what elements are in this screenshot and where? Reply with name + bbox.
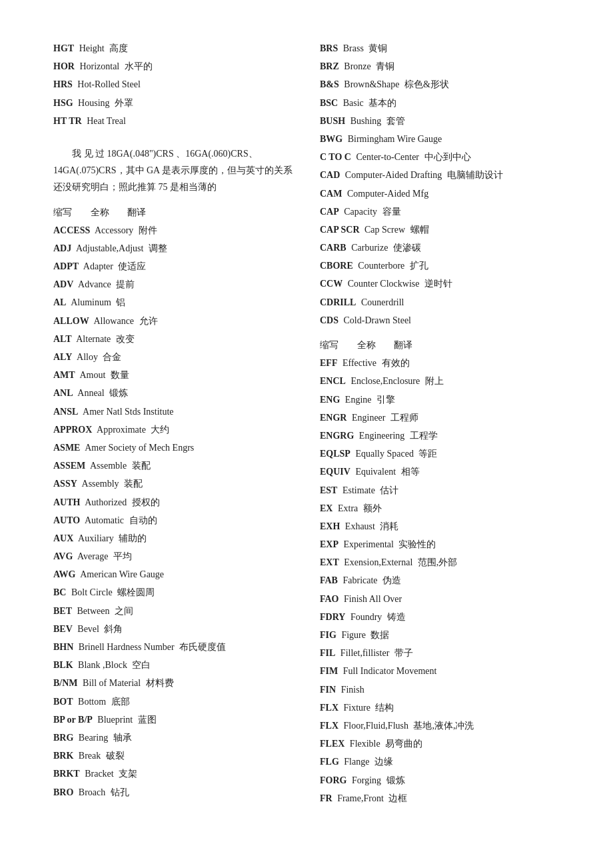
list-item: CAD Computer-Aided Drafting 电脑辅助设计 [320, 167, 560, 183]
list-item: AUTH Authorized 授权的 [53, 494, 293, 511]
right-column: BRS Brass 黄铜 BRZ Bronze 青铜 B&S Brown&Sha… [320, 40, 560, 808]
list-item: B&S Brown&Shape 棕色&形状 [320, 76, 560, 93]
list-item: ANSL Amer Natl Stds Institute [53, 403, 293, 420]
list-item: AWG American Wire Gauge [53, 566, 293, 583]
list-item: FIM Full Indicator Movement [320, 663, 560, 679]
list-item: HT TR Heat Treal [53, 113, 293, 129]
list-item: ASSY Assembly 装配 [53, 475, 293, 492]
list-item: ENGRG Engineering 工程学 [320, 427, 560, 444]
list-item: BSC Basic 基本的 [320, 95, 560, 111]
list-item: FLG Flange 边缘 [320, 753, 560, 770]
section-header-right: 缩写 全称 翻译 [320, 337, 560, 353]
list-item: HRS Hot-Rolled Steel [53, 76, 293, 93]
list-item: BHN Brinell Hardness Number 布氏硬度值 [53, 639, 293, 655]
list-item: BEV Bevel 斜角 [53, 621, 293, 637]
list-item: AUTO Automatic 自动的 [53, 512, 293, 529]
list-item: BC Bolt Circle 螺栓圆周 [53, 584, 293, 601]
list-item: ALT Alternate 改变 [53, 331, 293, 347]
list-item: BUSH Bushing 套管 [320, 113, 560, 129]
list-item: HSG Housing 外罩 [53, 95, 293, 111]
list-item: AUX Auxiliary 辅助的 [53, 530, 293, 547]
list-item: BLK Blank ,Block 空白 [53, 657, 293, 673]
list-item: BWG Birmingham Wire Gauge [320, 131, 560, 147]
list-item: EST Estimate 估计 [320, 482, 560, 499]
list-item: FIG Figure 数据 [320, 627, 560, 643]
list-item: EXP Experimental 实验性的 [320, 536, 560, 553]
list-item: FR Frame,Front 边框 [320, 790, 560, 807]
list-item: ASSEM Assemble 装配 [53, 457, 293, 474]
list-item: FIN Finish [320, 681, 560, 698]
list-item: ALY Alloy 合金 [53, 349, 293, 365]
list-item: ENG Engine 引擎 [320, 391, 560, 408]
list-item: HGT Height 高度 [53, 40, 293, 57]
list-item: EX Extra 额外 [320, 500, 560, 517]
list-item: AL Aluminum 铝 [53, 294, 293, 311]
list-item: ADPT Adapter 使适应 [53, 258, 293, 275]
list-item: ALLOW Allowance 允许 [53, 313, 293, 329]
list-item: EXH Exhaust 消耗 [320, 518, 560, 535]
list-item: B/NM Bill of Material 材料费 [53, 675, 293, 691]
list-item: FDRY Foundry 铸造 [320, 609, 560, 625]
list-item: CAP SCR Cap Screw 螺帽 [320, 221, 560, 238]
list-item: CAP Capacity 容量 [320, 203, 560, 220]
section-header-left: 缩写 全称 翻译 [53, 204, 293, 221]
list-item: BRG Bearing 轴承 [53, 729, 293, 746]
note-block: 我 见 过 18GA(.048")CRS 、16GA(.060)CRS、14GA… [53, 145, 293, 196]
list-item: FAO Finish All Over [320, 591, 560, 607]
list-item: CCW Counter Clockwise 逆时针 [320, 275, 560, 292]
list-item: C TO C Center-to-Center 中心到中心 [320, 149, 560, 165]
list-item: BOT Bottom 底部 [53, 693, 293, 710]
list-item: CARB Carburize 使渗碳 [320, 239, 560, 256]
list-item: BRK Break 破裂 [53, 747, 293, 764]
list-item: FIL Fillet,fillister 带子 [320, 645, 560, 661]
list-item: HOR Horizontal 水平的 [53, 58, 293, 75]
list-item: BET Between 之间 [53, 603, 293, 619]
list-item: CDS Cold-Drawn Steel [320, 312, 560, 329]
list-item: EQLSP Equally Spaced 等距 [320, 445, 560, 462]
list-item: ASME Amer Society of Mech Engrs [53, 439, 293, 456]
left-column: HGT Height 高度 HOR Horizontal 水平的 HRS Hot… [53, 40, 293, 808]
list-item: ANL Anneal 锻炼 [53, 385, 293, 401]
list-item: FLX Floor,Fluid,Flush 基地,液体,冲洗 [320, 717, 560, 734]
list-item: APPROX Approximate 大约 [53, 421, 293, 438]
list-item: ADV Advance 提前 [53, 276, 293, 293]
list-item: FORG Forging 锻炼 [320, 772, 560, 789]
list-item: BP or B/P Blueprint 蓝图 [53, 711, 293, 728]
list-item: ACCESS Accessory 附件 [53, 222, 293, 239]
list-item: BRS Brass 黄铜 [320, 40, 560, 57]
list-item: EXT Exension,External 范围,外部 [320, 554, 560, 571]
list-item: CDRILL Counerdrill [320, 294, 560, 311]
list-item: CBORE Counterbore 扩孔 [320, 257, 560, 274]
list-item: ADJ Adjustable,Adjust 调整 [53, 240, 293, 257]
list-item: BRO Broach 钻孔 [53, 784, 293, 801]
list-item: FAB Fabricate 伪造 [320, 572, 560, 589]
list-item: EQUIV Equivalent 相等 [320, 463, 560, 480]
list-item: ENCL Enclose,Enclosure 附上 [320, 373, 560, 389]
list-item: BRKT Bracket 支架 [53, 765, 293, 782]
list-item: FLEX Flexible 易弯曲的 [320, 735, 560, 752]
list-item: EFF Effective 有效的 [320, 355, 560, 371]
list-item: AVG Average 平均 [53, 548, 293, 565]
list-item: CAM Computer-Aided Mfg [320, 185, 560, 202]
list-item: BRZ Bronze 青铜 [320, 58, 560, 75]
list-item: AMT Amout 数量 [53, 367, 293, 383]
list-item: ENGR Engineer 工程师 [320, 409, 560, 426]
list-item: FLX Fixture 结构 [320, 699, 560, 716]
